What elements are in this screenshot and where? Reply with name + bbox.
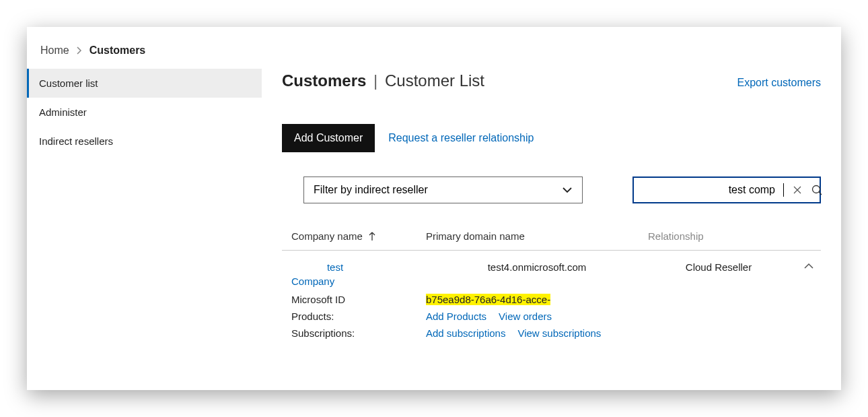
search-box[interactable] (632, 177, 821, 203)
search-icon[interactable] (811, 184, 823, 196)
chevron-right-icon (76, 46, 83, 55)
svg-point-0 (813, 186, 820, 193)
request-reseller-link[interactable]: Request a reseller relationship (388, 132, 534, 144)
view-orders-link[interactable]: View orders (499, 311, 552, 322)
add-customer-button[interactable]: Add Customer (282, 124, 375, 152)
breadcrumb-home[interactable]: Home (40, 44, 69, 57)
breadcrumb: Home Customers (27, 27, 841, 69)
th-relationship[interactable]: Relationship (648, 230, 756, 242)
sort-up-icon (368, 232, 376, 241)
filter-reseller-dropdown[interactable]: Filter by indirect reseller (303, 177, 583, 203)
breadcrumb-current: Customers (89, 44, 146, 57)
dropdown-label: Filter by indirect reseller (314, 184, 428, 196)
collapse-icon[interactable] (789, 260, 821, 269)
sidebar-item-customer-list[interactable]: Customer list (27, 69, 262, 98)
th-domain[interactable]: Primary domain name (426, 230, 648, 242)
chevron-down-icon (562, 187, 573, 193)
ms-id-value: b75ea9d8-76a6-4d16-acce- (426, 294, 550, 305)
sidebar: Customer list Administer Indirect resell… (27, 69, 262, 387)
export-customers-link[interactable]: Export customers (737, 77, 821, 89)
add-subscriptions-link[interactable]: Add subscriptions (426, 327, 505, 339)
clear-icon[interactable] (792, 185, 803, 195)
company-link[interactable]: test Company (291, 260, 426, 288)
table-header: Company name Primary domain name Relatio… (282, 230, 821, 251)
th-company[interactable]: Company name (291, 230, 426, 242)
text-cursor (783, 183, 784, 197)
sidebar-item-administer[interactable]: Administer (27, 98, 262, 127)
search-input[interactable] (641, 184, 775, 196)
detail-ms-id: Microsoft ID b75ea9d8-76a6-4d16-acce- (282, 288, 821, 305)
page-title: Customers | Customer List (282, 71, 484, 90)
add-products-link[interactable]: Add Products (426, 311, 486, 322)
view-subscriptions-link[interactable]: View subscriptions (517, 327, 601, 339)
sidebar-item-indirect-resellers[interactable]: Indirect resellers (27, 127, 262, 156)
detail-products: Products: Add Products View orders (282, 305, 821, 322)
domain-cell: test4.onmicrosoft.com (426, 260, 648, 273)
app-window: Home Customers Customer list Administer … (27, 27, 841, 390)
main-content: Customers | Customer List Export custome… (262, 69, 841, 387)
table-row: test Company test4.onmicrosoft.com Cloud… (282, 251, 821, 288)
relationship-cell: Cloud Reseller (648, 260, 789, 273)
detail-subscriptions: Subscriptions: Add subscriptions View su… (282, 322, 821, 339)
